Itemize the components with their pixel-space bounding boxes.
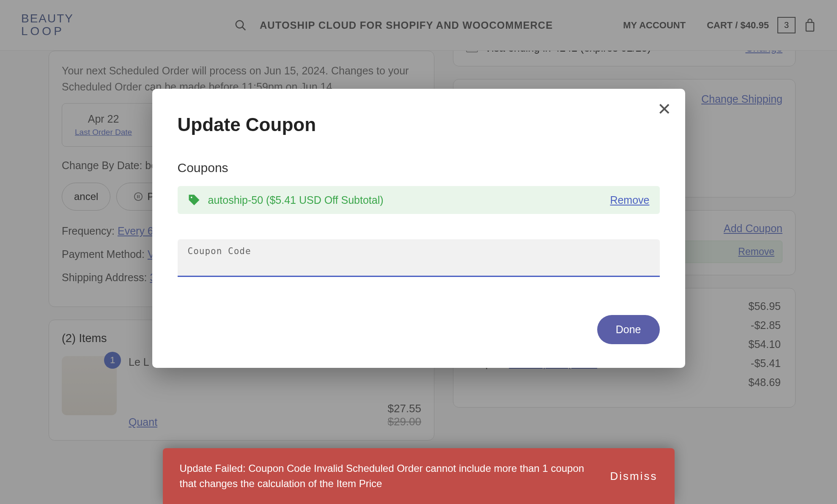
coupon-code-input[interactable] [188, 259, 650, 271]
update-coupon-modal: ✕ Update Coupon Coupons autoship-50 ($5.… [152, 89, 685, 368]
tag-icon [188, 194, 200, 206]
coupon-input-label: Coupon Code [188, 246, 650, 256]
modal-title: Update Coupon [178, 114, 660, 135]
dismiss-button[interactable]: Dismiss [610, 470, 658, 483]
remove-coupon-link[interactable]: Remove [610, 194, 649, 206]
applied-coupon-row: autoship-50 ($5.41 USD Off Subtotal) Rem… [178, 186, 660, 214]
coupon-input-container[interactable]: Coupon Code [178, 239, 660, 277]
toast-message: Update Failed: Coupon Code Invalid Sched… [180, 461, 593, 491]
svg-point-6 [190, 197, 192, 198]
coupons-section-title: Coupons [178, 161, 660, 175]
close-icon[interactable]: ✕ [657, 101, 672, 118]
error-toast: Update Failed: Coupon Code Invalid Sched… [163, 448, 675, 504]
done-button[interactable]: Done [597, 315, 660, 344]
applied-coupon-text: autoship-50 ($5.41 USD Off Subtotal) [208, 194, 384, 206]
